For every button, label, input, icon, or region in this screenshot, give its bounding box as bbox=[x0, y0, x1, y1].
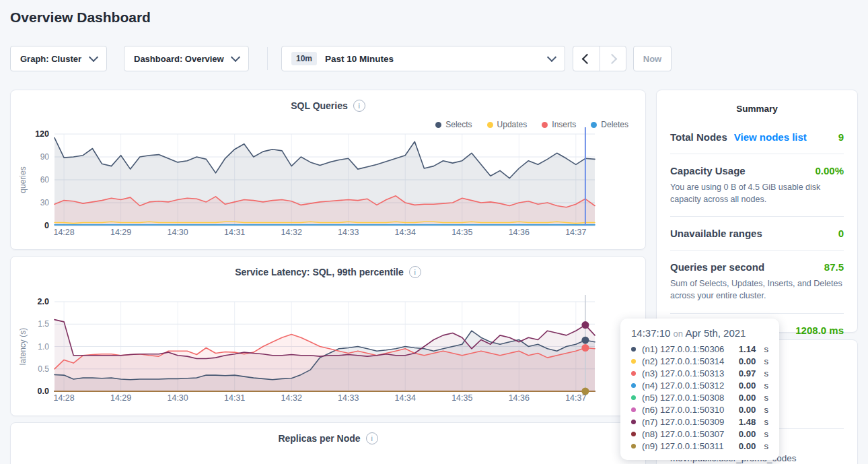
now-button[interactable]: Now bbox=[633, 46, 672, 71]
y-axis-tick: 90 bbox=[40, 152, 50, 162]
node-latency-unit: s bbox=[764, 344, 768, 354]
y-axis-tick: 120 bbox=[35, 129, 49, 139]
replicas-per-node-panel: Replicas per Node i bbox=[10, 422, 646, 464]
queries-per-second-label: Queries per second bbox=[670, 261, 764, 273]
node-latency-value: 0.00 bbox=[739, 441, 756, 451]
graph-dropdown[interactable]: Graph: Cluster bbox=[10, 46, 107, 71]
node-color-dot bbox=[631, 444, 636, 449]
node-latency-unit: s bbox=[764, 441, 768, 451]
time-range-picker[interactable]: 10m Past 10 Minutes bbox=[281, 46, 565, 71]
y-axis-label: latency (s) bbox=[18, 328, 28, 365]
node-latency-value: 0.00 bbox=[739, 429, 756, 439]
x-axis-tick: 14:37 bbox=[565, 228, 586, 237]
node-latency-value: 1.14 bbox=[739, 344, 756, 354]
total-nodes-label: Total Nodes bbox=[670, 131, 727, 143]
x-axis-tick: 14:30 bbox=[167, 228, 188, 237]
crosshair-dot bbox=[581, 344, 589, 352]
capacity-usage-label: Capacity Usage bbox=[670, 165, 746, 176]
tooltip-node-row: (n6) 127.0.0.1:503100.00s bbox=[631, 403, 768, 416]
previous-range-button[interactable] bbox=[573, 46, 600, 71]
node-latency-unit: s bbox=[764, 417, 768, 427]
unavailable-ranges-label: Unavailable ranges bbox=[670, 228, 762, 239]
page-title: Overview Dashboard bbox=[10, 9, 151, 26]
y-axis-tick: 0 bbox=[44, 221, 49, 230]
node-address: (n3) 127.0.0.1:50313 bbox=[642, 368, 733, 378]
y-axis-tick: 0.5 bbox=[38, 364, 49, 374]
node-address: (n5) 127.0.0.1:50308 bbox=[642, 393, 733, 403]
summary-row-total-nodes: Total Nodes View nodes list 9 bbox=[670, 121, 844, 154]
x-axis-tick: 14:28 bbox=[53, 228, 74, 237]
time-range-label: Past 10 Minutes bbox=[325, 54, 394, 64]
y-axis-tick: 1.5 bbox=[38, 319, 49, 329]
x-axis-tick: 14:31 bbox=[224, 228, 245, 237]
node-color-dot bbox=[631, 359, 636, 364]
node-latency-value: 0.97 bbox=[739, 368, 756, 378]
node-address: (n4) 127.0.0.1:50312 bbox=[642, 380, 733, 391]
capacity-usage-description: You are using 0 B of 4.5 GiB usable disk… bbox=[670, 181, 844, 205]
tooltip-node-row: (n1) 127.0.0.1:503061.14s bbox=[631, 343, 768, 355]
node-latency-value: 0.00 bbox=[739, 380, 756, 391]
node-latency-unit: s bbox=[764, 393, 768, 403]
y-axis-label: queries bbox=[18, 166, 28, 193]
x-axis-tick: 14:34 bbox=[395, 228, 416, 237]
node-address: (n9) 127.0.0.1:50311 bbox=[642, 441, 733, 451]
x-axis-tick: 14:35 bbox=[451, 393, 472, 403]
unavailable-ranges-value: 0 bbox=[838, 228, 844, 239]
x-axis-tick: 14:34 bbox=[395, 393, 416, 403]
node-color-dot bbox=[631, 420, 636, 424]
summary-row-capacity-usage: Capacity Usage 0.00% You are using 0 B o… bbox=[670, 154, 844, 217]
node-color-dot bbox=[631, 407, 636, 412]
x-axis-tick: 14:32 bbox=[281, 228, 302, 237]
time-range-arrows bbox=[573, 46, 626, 71]
node-color-dot bbox=[631, 395, 636, 400]
node-color-dot bbox=[631, 432, 636, 436]
y-axis-tick: 60 bbox=[40, 175, 50, 185]
toolbar-divider bbox=[267, 47, 268, 70]
chevron-left-icon bbox=[582, 53, 593, 64]
chevron-down-icon bbox=[547, 53, 556, 62]
y-axis-tick: 2.0 bbox=[38, 297, 49, 306]
crosshair-dot bbox=[581, 321, 589, 329]
x-axis-tick: 14:36 bbox=[509, 393, 530, 403]
summary-row-queries-per-second: Queries per second 87.5 Sum of Selects, … bbox=[670, 251, 844, 313]
node-color-dot bbox=[631, 383, 636, 388]
tooltip-node-row: (n5) 127.0.0.1:503080.00s bbox=[631, 391, 768, 403]
dashboard-dropdown-label: Dashboard: Overview bbox=[134, 54, 224, 64]
x-axis-tick: 14:31 bbox=[224, 393, 245, 403]
x-axis-tick: 14:33 bbox=[338, 393, 359, 403]
graph-dropdown-label: Graph: Cluster bbox=[20, 54, 81, 64]
info-icon[interactable]: i bbox=[366, 432, 378, 444]
dashboard-dropdown[interactable]: Dashboard: Overview bbox=[124, 46, 249, 71]
node-address: (n2) 127.0.0.1:50314 bbox=[642, 356, 733, 366]
node-address: (n1) 127.0.0.1:50306 bbox=[642, 344, 733, 354]
node-color-dot bbox=[631, 347, 636, 352]
node-latency-unit: s bbox=[764, 380, 768, 391]
time-range-badge: 10m bbox=[291, 52, 317, 65]
node-address: (n8) 127.0.0.1:50307 bbox=[642, 429, 733, 439]
x-axis-tick: 14:35 bbox=[451, 228, 472, 237]
sql-queries-chart: 14:2814:2914:3014:3114:3214:3314:3414:35… bbox=[11, 90, 647, 251]
x-axis-tick: 14:29 bbox=[110, 228, 131, 237]
chart-hover-tooltip: 14:37:10 on Apr 5th, 2021 (n1) 127.0.0.1… bbox=[620, 319, 779, 460]
tooltip-node-row: (n8) 127.0.0.1:503070.00s bbox=[631, 428, 768, 440]
next-range-button[interactable] bbox=[600, 46, 626, 71]
queries-per-second-value: 87.5 bbox=[824, 261, 844, 273]
x-axis-tick: 14:37 bbox=[565, 393, 586, 403]
node-latency-value: 0.00 bbox=[739, 393, 756, 403]
summary-panel: Summary Total Nodes View nodes list 9 Ca… bbox=[656, 90, 858, 333]
queries-per-second-description: Sum of Selects, Updates, Inserts, and De… bbox=[670, 277, 844, 302]
x-axis-tick: 14:32 bbox=[281, 393, 302, 403]
service-latency-panel: Service Latency: SQL, 99th percentile i … bbox=[10, 256, 646, 416]
x-axis-tick: 14:28 bbox=[53, 393, 74, 403]
x-axis-tick: 14:33 bbox=[338, 228, 359, 237]
replicas-per-node-title: Replicas per Node bbox=[278, 433, 360, 444]
y-axis-tick: 30 bbox=[40, 198, 50, 207]
node-color-dot bbox=[631, 371, 636, 376]
view-nodes-list-link[interactable]: View nodes list bbox=[734, 131, 807, 143]
y-axis-tick: 0.0 bbox=[38, 387, 49, 396]
crosshair-dot bbox=[581, 388, 589, 395]
x-axis-tick: 14:36 bbox=[509, 228, 530, 237]
chevron-down-icon bbox=[231, 53, 240, 62]
service-latency-chart: 14:2814:2914:3014:3114:3214:3314:3414:35… bbox=[11, 257, 647, 417]
chevron-down-icon bbox=[89, 53, 98, 62]
